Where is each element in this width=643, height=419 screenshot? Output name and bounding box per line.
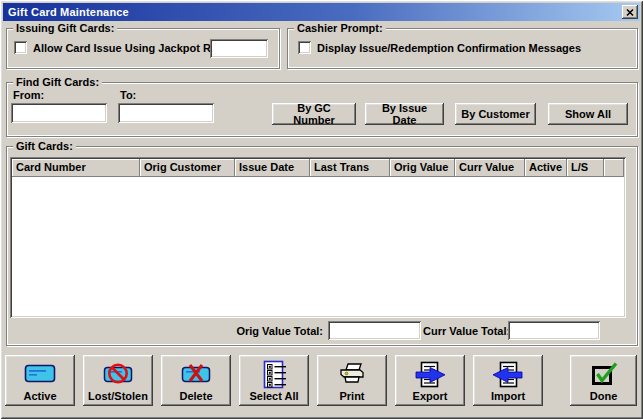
delete-icon (178, 360, 214, 388)
print-icon (336, 360, 368, 388)
import-icon (490, 360, 526, 388)
export-button-label: Export (413, 390, 448, 402)
curr-value-total-label: Curr Value Total: (423, 325, 503, 337)
active-button[interactable]: Active (5, 355, 75, 406)
print-button-label: Print (339, 390, 364, 402)
lost-stolen-button-label: Lost/Stolen (88, 390, 148, 402)
display-confirmation-label: Display Issue/Redemption Confirmation Me… (317, 42, 581, 54)
column-header-issue-date[interactable]: Issue Date (235, 159, 310, 177)
select-all-button-label: Select All (249, 390, 298, 402)
by-issue-date-button[interactable]: By Issue Date (365, 103, 444, 125)
active-card-icon (22, 360, 58, 388)
column-header-ls[interactable]: L/S (567, 159, 604, 177)
find-group-title: Find Gift Cards: (13, 76, 102, 88)
cashier-group-title: Cashier Prompt: (294, 22, 386, 34)
print-button[interactable]: Print (317, 355, 387, 406)
gift-cards-table: Card Number Orig Customer Issue Date Las… (10, 157, 626, 318)
lost-stolen-button[interactable]: Lost/Stolen (83, 355, 153, 406)
column-header-card-number[interactable]: Card Number (12, 159, 140, 177)
display-confirmation-checkbox[interactable] (298, 41, 311, 54)
column-header-last-trans[interactable]: Last Trans (310, 159, 390, 177)
delete-button-label: Delete (179, 390, 212, 402)
select-all-button[interactable]: Select All (239, 355, 309, 406)
select-all-icon (261, 360, 287, 388)
gift-cards-table-header: Card Number Orig Customer Issue Date Las… (12, 159, 624, 177)
done-icon (589, 360, 619, 388)
to-input[interactable] (118, 103, 214, 123)
close-button[interactable] (622, 5, 638, 19)
to-label: To: (120, 89, 136, 101)
allow-jackpot-label: Allow Card Issue Using Jackpot Row: (33, 42, 230, 54)
import-button[interactable]: Import (473, 355, 543, 406)
active-button-label: Active (23, 390, 56, 402)
titlebar: Gift Card Maintenance (3, 3, 640, 21)
column-header-filler (604, 159, 624, 177)
curr-value-total-input[interactable] (508, 321, 600, 340)
gift-card-maintenance-window: Gift Card Maintenance Issuing Gift Cards… (0, 0, 643, 419)
from-label: From: (13, 89, 44, 101)
column-header-orig-value[interactable]: Orig Value (390, 159, 455, 177)
column-header-active[interactable]: Active (525, 159, 567, 177)
export-icon (412, 360, 448, 388)
done-button-label: Done (590, 390, 618, 402)
column-header-curr-value[interactable]: Curr Value (455, 159, 525, 177)
done-button[interactable]: Done (570, 355, 637, 406)
column-header-orig-customer[interactable]: Orig Customer (140, 159, 235, 177)
delete-button[interactable]: Delete (161, 355, 231, 406)
jackpot-row-input[interactable] (210, 39, 268, 58)
by-customer-button[interactable]: By Customer (455, 103, 536, 125)
show-all-button[interactable]: Show All (548, 103, 628, 125)
gift-cards-table-body[interactable] (12, 177, 624, 316)
lost-stolen-icon (100, 360, 136, 388)
by-gc-number-button[interactable]: By GC Number (272, 103, 356, 125)
orig-value-total-input[interactable] (328, 321, 421, 340)
issuing-group-title: Issuing Gift Cards: (13, 22, 117, 34)
from-input[interactable] (11, 103, 107, 123)
allow-jackpot-checkbox[interactable] (14, 41, 27, 54)
import-button-label: Import (491, 390, 525, 402)
close-icon (626, 9, 634, 16)
window-title: Gift Card Maintenance (8, 6, 129, 18)
export-button[interactable]: Export (395, 355, 465, 406)
orig-value-total-label: Orig Value Total: (230, 325, 323, 337)
gift-cards-group-title: Gift Cards: (13, 140, 76, 152)
